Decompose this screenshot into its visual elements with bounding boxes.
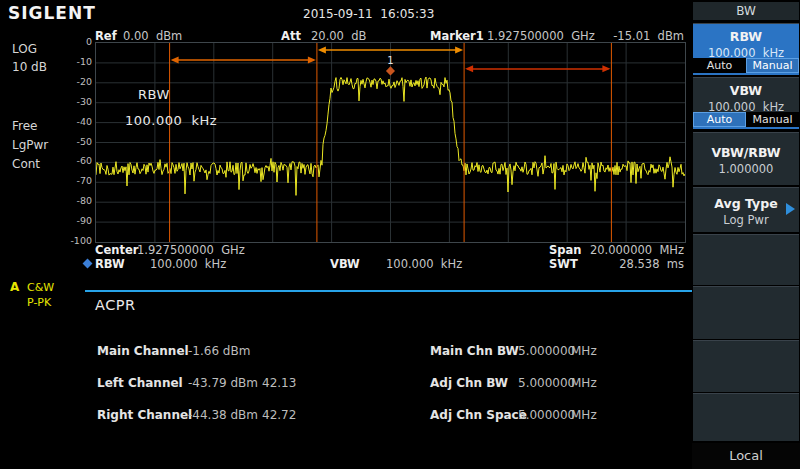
marker-frequency: 1.927500000 GHz (487, 29, 595, 43)
spectrum-trace-svg: 1 (96, 43, 685, 242)
plot-rbw-overlay-value: 100.000 kHz (125, 113, 217, 128)
status-scale: 10 dB (12, 60, 47, 74)
y-axis-tick-label: -100 (58, 235, 92, 246)
y-axis-tick-label: -40 (58, 116, 92, 127)
y-axis-tick-label: 0 (58, 36, 92, 47)
menu-title: BW (693, 2, 799, 20)
vbw-auto-option[interactable]: Auto (693, 112, 746, 127)
acpr-right-channel-label: Right Channel (97, 408, 192, 422)
acpr-adj-chn-space-label: Adj Chn Space (430, 408, 527, 422)
rbw-auto-option[interactable]: Auto (693, 58, 746, 73)
softkey-rbw-label: RBW (693, 29, 799, 44)
y-axis-labels: 0-10-20-30-40-50-60-70-80-90-100 (58, 42, 92, 242)
spectrum-plot: 1 RBW 100.000 kHz (95, 42, 686, 243)
softkey-empty-3 (693, 340, 799, 392)
acpr-main-chn-bw-value: 5.000000 (518, 344, 575, 358)
detector-mode: P-PK (27, 296, 51, 309)
spectrum-analyzer-screen: SIGLENT 2015-09-11 16:05:33 Ref 0.00 dBm… (0, 0, 800, 469)
softkey-empty-1 (693, 234, 799, 285)
svg-text:1: 1 (387, 55, 393, 66)
vbw-label: VBW (330, 257, 360, 271)
acpr-adj-chn-space-unit: MHz (571, 408, 597, 422)
center-freq-label: Center (95, 243, 138, 257)
plot-rbw-overlay-label: RBW (138, 87, 170, 102)
acpr-title: ACPR (95, 297, 136, 313)
status-sweep-mode: Cont (12, 157, 40, 171)
acpr-left-channel-value: -43.79 dBm (188, 376, 258, 390)
coupled-marker-icon (83, 259, 93, 269)
trace-mode: C&W (27, 281, 54, 294)
acpr-main-channel-label: Main Channel (97, 344, 189, 358)
acpr-adj-chn-bw-unit: MHz (571, 376, 597, 390)
span-label: Span (549, 243, 581, 257)
softkey-avg-type-value: Log Pwr (693, 213, 799, 227)
rbw-value: 100.000 kHz (150, 257, 226, 271)
softkey-empty-4 (693, 393, 799, 441)
acpr-main-channel-value: -1.66 dBm (188, 344, 250, 358)
vbw-auto-manual-toggle: Auto Manual (693, 112, 799, 129)
status-scale-type: LOG (12, 42, 37, 56)
marker-label: Marker1 (430, 29, 484, 43)
y-axis-tick-label: -10 (58, 56, 92, 67)
trace-id: A (10, 280, 19, 294)
softkey-rbw[interactable]: RBW 100.000 kHz (693, 23, 799, 59)
softkey-avg-type-label: Avg Type (693, 196, 799, 211)
ref-level-label: Ref (95, 29, 117, 43)
center-freq-value: 1.927500000 GHz (137, 243, 245, 257)
swt-value: 28.538 ms (619, 257, 684, 271)
attenuation-value: 20.00 dB (311, 29, 366, 43)
softkey-vbw-rbw-label: VBW/RBW (693, 145, 799, 160)
y-axis-tick-label: -90 (58, 215, 92, 226)
status-avg-type: LgPwr (12, 138, 48, 152)
y-axis-tick-label: -50 (58, 136, 92, 147)
acpr-left-channel-label: Left Channel (97, 376, 183, 390)
rbw-label: RBW (95, 257, 125, 271)
acpr-right-channel-value: -44.38 dBm (188, 408, 258, 422)
rbw-manual-option[interactable]: Manual (746, 58, 799, 73)
y-axis-tick-label: -60 (58, 155, 92, 166)
submenu-arrow-icon (786, 203, 795, 215)
softkey-empty-2 (693, 286, 799, 339)
datetime-display: 2015-09-11 16:05:33 (303, 7, 434, 21)
status-trigger: Free (12, 119, 37, 133)
span-value: 20.000000 MHz (590, 243, 684, 257)
acpr-main-chn-bw-unit: MHz (571, 344, 597, 358)
local-status: Local (692, 443, 800, 469)
softkey-menu: BW RBW 100.000 kHz Auto Manual VBW 100.0… (692, 0, 800, 469)
softkey-vbw-label: VBW (693, 83, 799, 98)
marker-amplitude: -15.01 dBm (613, 29, 684, 43)
brand-logo: SIGLENT (8, 3, 96, 23)
acpr-right-channel-ratio: 42.72 (262, 408, 296, 422)
acpr-adj-chn-space-value: 5.000000 (518, 408, 575, 422)
attenuation-label: Att (281, 29, 301, 43)
y-axis-tick-label: -80 (58, 195, 92, 206)
rbw-auto-manual-toggle: Auto Manual (693, 58, 799, 75)
y-axis-tick-label: -70 (58, 175, 92, 186)
acpr-main-chn-bw-label: Main Chn BW (430, 344, 519, 358)
acpr-adj-chn-bw-label: Adj Chn BW (430, 376, 508, 390)
y-axis-tick-label: -20 (58, 76, 92, 87)
swt-label: SWT (549, 257, 578, 271)
acpr-adj-chn-bw-value: 5.000000 (518, 376, 575, 390)
softkey-avg-type[interactable]: Avg Type Log Pwr (693, 187, 799, 232)
softkey-vbw[interactable]: VBW 100.000 kHz (693, 77, 799, 113)
y-axis-tick-label: -30 (58, 96, 92, 107)
softkey-vbw-rbw-ratio[interactable]: VBW/RBW 1.000000 (693, 132, 799, 185)
acpr-left-channel-ratio: 42.13 (262, 376, 296, 390)
vbw-manual-option[interactable]: Manual (746, 112, 799, 127)
vbw-value: 100.000 kHz (386, 257, 462, 271)
ref-level-value: 0.00 dBm (123, 29, 182, 43)
softkey-vbw-rbw-value: 1.000000 (693, 162, 799, 176)
section-divider (85, 290, 692, 292)
